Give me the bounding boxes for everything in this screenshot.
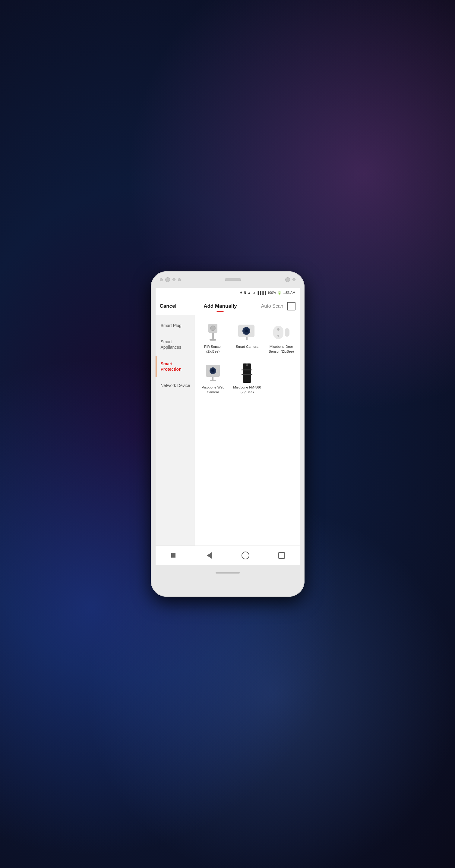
smart-camera-label: Smart Camera bbox=[236, 344, 259, 349]
fm560-label: Misobone FM-560 (ZigBee) bbox=[233, 385, 261, 395]
camera-lens-inner bbox=[245, 330, 248, 333]
auto-scan-tab[interactable]: Auto Scan bbox=[261, 304, 283, 309]
mic-dot bbox=[293, 278, 296, 281]
cancel-button[interactable]: Cancel bbox=[160, 303, 177, 309]
device-item-door-sensor[interactable]: Misobone Door Sensor (ZigBee) bbox=[265, 318, 297, 357]
add-manually-tab[interactable]: Add Manually bbox=[179, 303, 261, 309]
device-grid: PIR Sensor (ZigBee) bbox=[197, 318, 297, 398]
device-item-fm560[interactable]: Misobone FM-560 (ZigBee) bbox=[231, 359, 263, 398]
sidebar-item-network-device[interactable]: Network Device bbox=[156, 377, 195, 394]
fm560-bar-top bbox=[242, 370, 252, 370]
signal-bars: ▐▐▐▐ bbox=[256, 291, 266, 294]
back-icon bbox=[207, 552, 212, 559]
earpiece bbox=[285, 277, 290, 282]
sensor-dot bbox=[173, 278, 176, 281]
home-icon bbox=[242, 552, 249, 559]
phone-top-bar bbox=[151, 271, 305, 288]
camera-stand bbox=[246, 337, 247, 340]
wc-base bbox=[210, 380, 216, 381]
camera-lens bbox=[242, 327, 250, 335]
door-sensor-label: Misobone Door Sensor (ZigBee) bbox=[267, 344, 295, 354]
recents-button[interactable] bbox=[277, 551, 286, 560]
device-item-smart-camera[interactable]: Smart Camera bbox=[231, 318, 263, 357]
stop-icon bbox=[171, 553, 176, 558]
scan-qr-button[interactable] bbox=[287, 302, 296, 310]
pir-stand bbox=[212, 333, 214, 339]
camera-dot bbox=[160, 278, 163, 281]
bluetooth-icon: ✱ bbox=[240, 291, 242, 295]
phone-cameras bbox=[160, 277, 181, 282]
recents-icon bbox=[278, 552, 285, 559]
top-nav: Cancel Add Manually Auto Scan bbox=[156, 298, 300, 315]
wifi-icon: ▲ bbox=[247, 291, 251, 294]
door-sensor-icon-shape bbox=[273, 325, 290, 340]
wc-body bbox=[206, 365, 220, 377]
sensor-dot-2 bbox=[178, 278, 181, 281]
webcam-icon-shape bbox=[205, 365, 221, 381]
wc-stand bbox=[212, 377, 213, 380]
camera-stand-wrap bbox=[238, 337, 256, 340]
camera-icon-shape bbox=[238, 324, 256, 340]
fm560-bar-bottom bbox=[242, 374, 252, 375]
stop-button[interactable] bbox=[169, 551, 178, 560]
phone-screen: ✱ N ▲ ⊘ ▐▐▐▐ 100% 🔋 1:53 AM Cancel Add M… bbox=[156, 288, 300, 565]
battery-icon: 🔋 bbox=[277, 291, 282, 295]
pir-head bbox=[208, 324, 217, 333]
fm560-icon bbox=[237, 364, 256, 383]
home-button[interactable] bbox=[241, 551, 250, 560]
pir-sensor-label: PIR Sensor (ZigBee) bbox=[199, 344, 227, 354]
device-grid-area: PIR Sensor (ZigBee) bbox=[195, 315, 300, 546]
sidebar: Smart Plug Smart Appliances Smart Protec… bbox=[156, 315, 195, 546]
sidebar-item-smart-appliances[interactable]: Smart Appliances bbox=[156, 334, 195, 355]
fm560-icon-shape bbox=[243, 364, 251, 383]
front-camera bbox=[165, 277, 170, 282]
battery-percentage: 100% bbox=[268, 291, 276, 294]
device-item-pir-sensor[interactable]: PIR Sensor (ZigBee) bbox=[197, 318, 229, 357]
phone-bottom-bar bbox=[156, 546, 300, 565]
webcam-label: Misobone Web Camera bbox=[199, 385, 227, 395]
home-indicator bbox=[216, 572, 240, 574]
ds-small-body bbox=[285, 328, 290, 337]
sidebar-item-smart-plug[interactable]: Smart Plug bbox=[156, 317, 195, 334]
nfc-icon: N bbox=[244, 291, 246, 294]
pir-sensor-icon bbox=[203, 323, 222, 342]
status-bar: ✱ N ▲ ⊘ ▐▐▐▐ 100% 🔋 1:53 AM bbox=[156, 288, 300, 298]
pir-base bbox=[210, 339, 216, 341]
time-display: 1:53 AM bbox=[283, 291, 295, 294]
back-button[interactable] bbox=[205, 551, 214, 560]
main-content: Smart Plug Smart Appliances Smart Protec… bbox=[156, 315, 300, 546]
pir-icon-shape bbox=[207, 324, 219, 341]
phone-device: ✱ N ▲ ⊘ ▐▐▐▐ 100% 🔋 1:53 AM Cancel Add M… bbox=[151, 271, 305, 597]
wc-lens bbox=[210, 367, 216, 374]
device-item-webcam[interactable]: Misobone Web Camera bbox=[197, 359, 229, 398]
webcam-icon bbox=[203, 364, 222, 383]
smart-camera-icon bbox=[237, 323, 256, 342]
speaker-grille bbox=[225, 278, 241, 281]
camera-body bbox=[238, 324, 254, 337]
door-sensor-icon bbox=[272, 323, 291, 342]
phone-bottom-outer bbox=[151, 565, 305, 580]
ds-main-body bbox=[273, 326, 283, 339]
wifi-blocked-icon: ⊘ bbox=[252, 291, 255, 295]
sidebar-item-smart-protection[interactable]: Smart Protection bbox=[156, 355, 195, 377]
